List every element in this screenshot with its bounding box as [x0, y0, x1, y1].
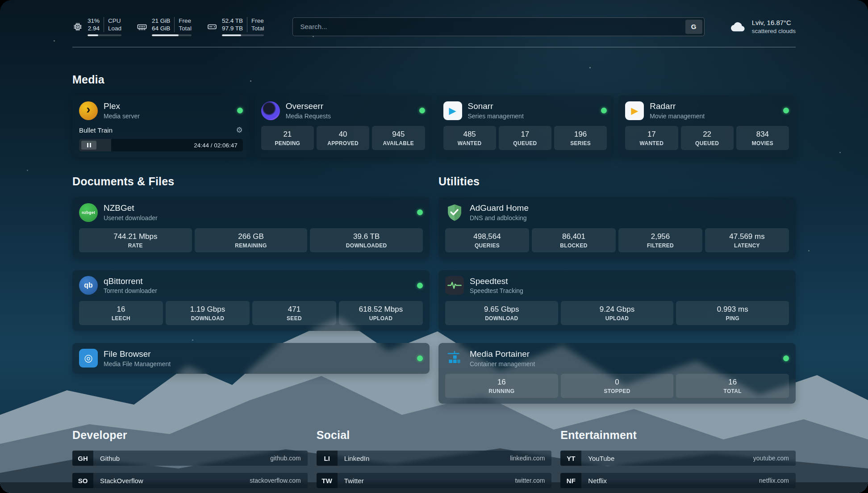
stat: 16LEECH	[79, 301, 163, 325]
bookmark-stackoverflow[interactable]: SO StackOverflow stackoverflow.com	[72, 473, 308, 488]
gear-icon[interactable]: ⚙	[236, 125, 243, 135]
service-desc: DNS and adblocking	[470, 214, 529, 222]
stat: 47.569 msLATENCY	[705, 228, 789, 252]
adguard-shield-icon	[445, 203, 464, 222]
stat-label: QUEUED	[501, 140, 550, 146]
stat-value: 47.569 ms	[707, 232, 787, 241]
service-desc: Media server	[104, 113, 140, 121]
sonarr-icon: ▶	[443, 101, 462, 120]
ram-total-value: 64 GiB	[152, 25, 170, 32]
service-card-portainer[interactable]: Media Portainer Container management 16R…	[438, 343, 796, 404]
stat-value: 945	[374, 130, 423, 139]
bookmark-netflix[interactable]: NF Netflix netflix.com	[560, 473, 796, 488]
service-card-plex[interactable]: › Plex Media server Bullet Train ⚙	[72, 95, 250, 157]
status-dot	[237, 108, 243, 113]
ram-widget: 21 GiB 64 GiB Free Total	[137, 17, 192, 36]
cpu-widget: 31% 2.94 CPU Load	[72, 17, 121, 36]
status-dot	[783, 108, 789, 113]
service-card-sonarr[interactable]: ▶ Sonarr Series management 485WANTED 17Q…	[437, 95, 614, 157]
stat-label: PENDING	[263, 140, 312, 146]
cpu-label-2: Load	[108, 25, 121, 32]
stat-value: 16	[81, 305, 161, 314]
bookmark-domain: youtube.com	[753, 455, 796, 462]
service-desc: Series management	[468, 113, 524, 121]
search-provider-button[interactable]: G	[685, 20, 702, 34]
bookmark-abbr: NF	[560, 473, 581, 488]
service-card-qbittorrent[interactable]: qb qBittorrent Torrent downloader 16LEEC…	[72, 270, 430, 331]
bookmark-linkedin[interactable]: LI LinkedIn linkedin.com	[317, 451, 552, 466]
service-desc: Movie management	[650, 113, 705, 121]
stat-label: FILTERED	[620, 242, 701, 249]
stat: 0.993 msPING	[676, 301, 789, 325]
status-dot	[417, 209, 423, 215]
weather-condition: scattered clouds	[752, 27, 796, 35]
media-section: Media › Plex Media server Bullet Train ⚙	[72, 73, 796, 157]
disk-icon	[207, 21, 217, 32]
weather-widget: Lviv, 16.87°C scattered clouds	[730, 18, 796, 35]
bookmark-github[interactable]: GH Github github.com	[72, 451, 308, 466]
social-section-title: Social	[317, 429, 552, 442]
stat-label: QUERIES	[447, 242, 527, 249]
disk-label-2: Total	[251, 25, 264, 32]
ram-progress-bar	[152, 34, 192, 36]
player-progress-strip[interactable]: 24:44 / 02:06:47	[79, 139, 243, 151]
cpu-progress-bar	[88, 34, 121, 36]
stat-label: AVAILABLE	[374, 140, 423, 146]
status-dot	[601, 108, 607, 113]
resource-widgets: 31% 2.94 CPU Load	[72, 17, 264, 36]
service-card-filebrowser[interactable]: ◎ File Browser Media File Management	[72, 343, 430, 374]
service-desc: Speedtest Tracking	[470, 287, 523, 295]
stat-value: 834	[738, 130, 787, 139]
disk-total-value: 97.9 TB	[222, 25, 243, 32]
search-input[interactable]	[292, 17, 704, 36]
ram-label-1: Free	[179, 17, 192, 25]
service-desc: Torrent downloader	[104, 287, 157, 295]
bookmark-name: YouTube	[581, 455, 614, 462]
bookmark-domain: linkedin.com	[510, 455, 552, 462]
stat-label: UPLOAD	[563, 315, 672, 322]
service-name: AdGuard Home	[470, 203, 529, 213]
media-section-title: Media	[72, 73, 796, 86]
disk-progress-bar	[222, 34, 264, 36]
service-card-overseerr[interactable]: Overseerr Media Requests 21PENDING 40APP…	[255, 95, 432, 157]
bookmark-twitter[interactable]: TW Twitter twitter.com	[317, 473, 552, 488]
bookmark-name: StackOverflow	[93, 477, 143, 485]
status-dot	[417, 283, 423, 288]
bookmark-youtube[interactable]: YT YouTube youtube.com	[560, 451, 796, 466]
service-card-adguard[interactable]: AdGuard Home DNS and adblocking 498,564Q…	[438, 197, 796, 258]
bookmark-abbr: YT	[560, 451, 581, 466]
plex-icon: ›	[79, 101, 98, 120]
bookmark-abbr: LI	[317, 451, 338, 466]
stat: 40APPROVED	[317, 126, 369, 150]
cpu-load-value: 2.94	[88, 25, 100, 32]
stat: 22QUEUED	[681, 126, 734, 150]
weather-location: Lviv, 16.87°C	[752, 18, 796, 27]
service-card-radarr[interactable]: ▶ Radarr Movie management 17WANTED 22QUE…	[618, 95, 796, 157]
stat-label: PING	[678, 315, 787, 322]
service-desc: Media File Management	[104, 360, 171, 368]
service-card-nzbget[interactable]: nzbget NZBGet Usenet downloader 744.21 M…	[72, 197, 430, 258]
stat-value: 9.24 Gbps	[563, 305, 672, 314]
stat-value: 22	[683, 130, 732, 139]
bookmark-domain: github.com	[270, 455, 307, 462]
stat-value: 498,564	[447, 232, 527, 241]
entertainment-section-title: Entertainment	[560, 429, 796, 442]
header-divider	[72, 47, 796, 47]
bookmark-abbr: TW	[317, 473, 338, 488]
pause-button[interactable]	[81, 141, 96, 150]
speedtest-waveform-icon	[445, 276, 464, 295]
service-name: qBittorrent	[104, 276, 157, 287]
stat-label: BLOCKED	[534, 242, 614, 249]
stat-label: LEECH	[81, 315, 161, 322]
cpu-label-1: CPU	[108, 17, 121, 25]
stat: 17QUEUED	[499, 126, 551, 150]
radarr-icon: ▶	[625, 101, 644, 120]
service-card-speedtest[interactable]: Speedtest Speedtest Tracking 9.65 GbpsDO…	[438, 270, 796, 331]
utilities-section-title: Utilities	[438, 175, 796, 188]
stat: 485WANTED	[443, 126, 496, 150]
stat-value: 266 GB	[196, 232, 306, 241]
service-name: File Browser	[104, 349, 171, 359]
cpu-icon	[72, 21, 83, 32]
ram-icon	[137, 21, 147, 32]
stat-value: 1.19 Gbps	[167, 305, 248, 314]
